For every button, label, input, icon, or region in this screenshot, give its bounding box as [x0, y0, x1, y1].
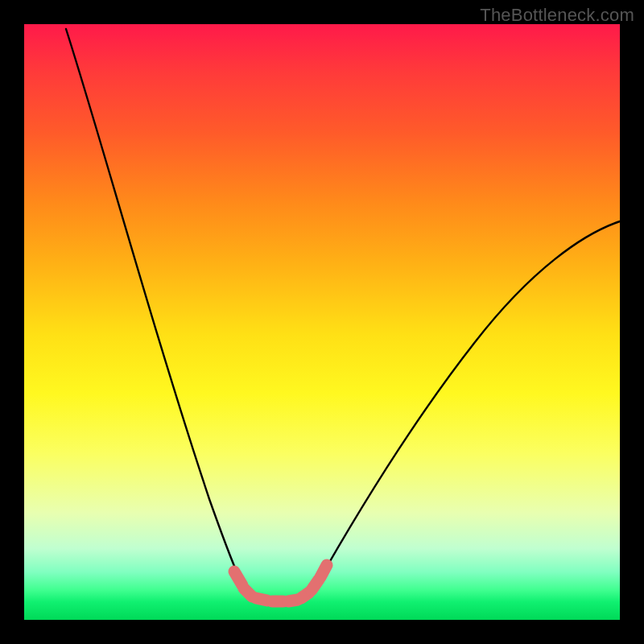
highlight-marker	[320, 565, 327, 577]
highlight-marker-group	[234, 565, 327, 601]
highlight-marker	[256, 598, 267, 601]
chart-container: TheBottleneck.com	[0, 0, 644, 644]
curve-left-branch	[66, 29, 246, 591]
curve-right-branch	[314, 221, 620, 589]
watermark-text: TheBottleneck.com	[480, 5, 634, 26]
plot-area	[24, 24, 620, 620]
curve-layer	[24, 24, 620, 620]
